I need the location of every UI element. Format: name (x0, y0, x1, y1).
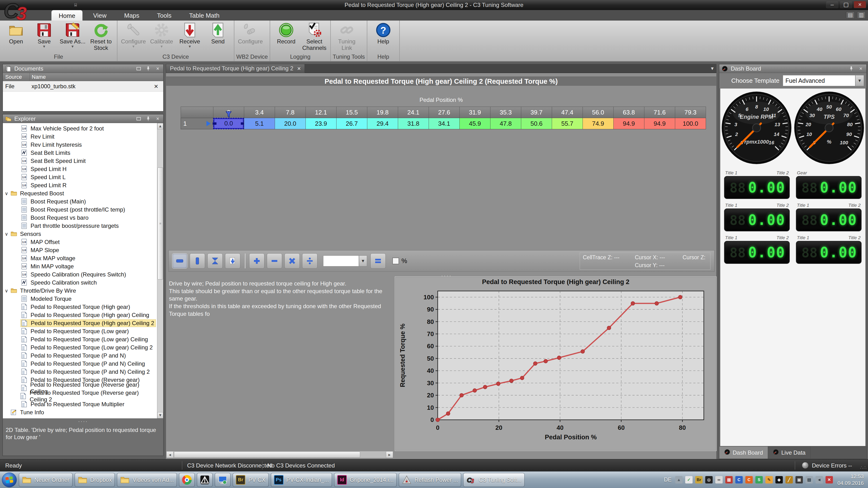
dropdown-arrow-icon[interactable]: ▼ (71, 45, 74, 48)
taskbar-button-dropbox[interactable]: Dropbox (75, 473, 115, 487)
tree-item[interactable]: Modeled Torque (3, 295, 157, 303)
panel-pin-icon[interactable] (848, 66, 855, 72)
tree-item[interactable]: 1:0MAP Offset (3, 238, 157, 246)
value-cell[interactable]: 94.9 (644, 118, 675, 129)
tree-item[interactable]: Speedo Calibration switch (3, 279, 157, 287)
explorer-scrollbar[interactable]: ▲ ≡ ▼ (157, 123, 163, 418)
column-header-cell[interactable]: 63.8 (613, 107, 644, 118)
tray-icon[interactable]: C (745, 476, 753, 484)
combobox-arrow-icon[interactable]: ▼ (359, 255, 367, 266)
resize-grip-icon[interactable]: ∴∴ (860, 465, 867, 470)
open-button[interactable]: Open (2, 22, 30, 46)
tree-item[interactable]: Pedal to Requested Torque (Reverse gear)… (3, 392, 157, 400)
fit-selection-button[interactable] (207, 253, 223, 268)
scroll-up-icon[interactable]: ▲ (157, 123, 163, 129)
column-header-cell[interactable]: 79.3 (675, 107, 706, 118)
horizontal-scrollbar[interactable]: ◄ ► (166, 451, 393, 458)
taskbar-button-videos-von-ad[interactable]: Videos von Ad... (117, 473, 177, 487)
tree-item[interactable]: 1:0Max MAP voltage (3, 254, 157, 262)
multiply-button[interactable] (284, 253, 300, 268)
tray-icon[interactable]: ◆ (775, 476, 783, 484)
menu-tab-view[interactable]: View (86, 10, 114, 21)
tree-item[interactable]: Tune Info (3, 408, 157, 417)
tray-icon[interactable]: ▥ (725, 476, 733, 484)
help-button[interactable]: ?Help (369, 22, 397, 46)
taskbar-button-c3-tuning-soft[interactable]: C3C3 Tuning Soft... (463, 473, 525, 487)
template-dropdown-value[interactable]: Fuel Advanced (783, 75, 855, 86)
template-dropdown[interactable]: Fuel Advanced ▼ (783, 75, 864, 86)
save-as-button[interactable]: Save As...▼ (58, 22, 87, 49)
taskbar-button-blackapp[interactable] (197, 473, 213, 487)
tree-item[interactable]: 1:0MAP Slope (3, 246, 157, 254)
value-cell[interactable]: 20.0 (275, 118, 306, 129)
tray-icon[interactable]: ▤ (805, 476, 813, 484)
tray-icon[interactable]: ∞ (715, 476, 723, 484)
value-cell[interactable]: 5.1 (244, 118, 275, 129)
dropdown-arrow-icon[interactable]: ▼ (188, 45, 192, 48)
tree-item[interactable]: Pedal to Requested Torque (P and N) (3, 352, 157, 360)
tray-language-indicator[interactable]: DE (664, 477, 672, 483)
tab-list-chevron-icon[interactable]: ▾ (711, 65, 714, 71)
panel-maximize-icon[interactable] (135, 66, 142, 72)
tray-icon[interactable]: ✕ (826, 476, 833, 484)
value-cell[interactable]: 94.9 (613, 118, 644, 129)
tree-item[interactable]: Pedal to Requested Torque (P and N) Ceil… (3, 368, 157, 376)
tab-close-icon[interactable]: × (297, 65, 301, 72)
taskbar-button-chrome[interactable] (179, 473, 195, 487)
tree-item[interactable]: 1:0Min MAP voltage (3, 262, 157, 270)
value-cell[interactable]: 23.9 (306, 118, 337, 129)
tree-item[interactable]: Pedal to Requested Torque (Low gear) Cei… (3, 344, 157, 352)
start-button[interactable] (2, 473, 17, 487)
panel-close-icon[interactable]: × (154, 66, 161, 72)
panel-pin-icon[interactable] (145, 116, 152, 122)
dashboard-tab-dash-board[interactable]: Dash Board (719, 447, 768, 459)
value-cell[interactable]: 31.8 (398, 118, 429, 129)
tray-icon[interactable]: ╱ (785, 476, 793, 484)
value-cell[interactable]: 74.9 (583, 118, 614, 129)
menu-tab-maps[interactable]: Maps (117, 10, 147, 21)
value-cell[interactable]: 34.1 (429, 118, 460, 129)
value-combobox[interactable]: ▼ (323, 255, 367, 266)
subtract-button[interactable] (267, 253, 282, 268)
document-tab[interactable]: Pedal to Requested Torque (High gear) Ce… (166, 64, 305, 73)
vertical-view-button[interactable] (190, 253, 205, 268)
horizontal-view-button[interactable] (172, 253, 187, 268)
paste-down-button[interactable] (225, 253, 240, 268)
scroll-left-icon[interactable]: ◄ (166, 451, 174, 458)
tree-item[interactable]: Pedal to Requested Torque (High gear) (3, 303, 157, 311)
tray-icon[interactable]: S (755, 476, 763, 484)
column-header-cell[interactable]: 7.8 (275, 107, 306, 118)
divide-button[interactable] (302, 253, 317, 268)
value-cell[interactable]: 26.7 (336, 118, 367, 129)
dropdown-arrow-icon[interactable]: ▼ (132, 45, 135, 48)
value-cell[interactable]: 29.4 (367, 118, 398, 129)
tree-item[interactable]: ∨Sensors (3, 230, 157, 238)
panel-maximize-icon[interactable] (135, 116, 142, 122)
maximize-button[interactable]: ▢ (840, 1, 852, 8)
taskbar-button-gripone-2014-i[interactable]: IdGripone_2014.i... (334, 473, 397, 487)
scroll-down-icon[interactable]: ▼ (157, 412, 163, 418)
set-equal-button[interactable] (370, 253, 386, 268)
value-cell[interactable]: 47.8 (490, 118, 521, 129)
column-header-cell[interactable]: 47.4 (552, 107, 583, 118)
taskbar-button-neuer-ordner[interactable]: Neuer Ordner (19, 473, 72, 487)
scrollbar-thumb[interactable]: ≡ (157, 167, 163, 280)
column-header-cell[interactable]: 39.7 (521, 107, 552, 118)
tree-item[interactable]: 1:0Speed Limit H (3, 165, 157, 173)
dashboard-tab-live-data[interactable]: Live Data (768, 447, 810, 459)
tree-item[interactable]: ∨Throttle/Drive By Wire (3, 287, 157, 295)
tree-item[interactable]: 1:0Speedo Calibration (Requires Switch) (3, 270, 157, 279)
column-header-cell[interactable]: 0 (213, 107, 244, 118)
receive-button[interactable]: Receive▼ (176, 22, 204, 49)
tray-icon[interactable]: ◄ (815, 476, 823, 484)
tree-item[interactable]: Pedal to Requested Torque (Low gear) (3, 327, 157, 335)
menu-tab-tools[interactable]: Tools (150, 10, 179, 21)
column-header-cell[interactable]: 56.0 (583, 107, 614, 118)
value-cell[interactable]: 55.7 (552, 118, 583, 129)
document-row[interactable]: Filexp1000_turbo.stk× (3, 81, 163, 92)
tray-icon[interactable]: ▲ (675, 476, 683, 484)
scrollbar-thumb[interactable] (174, 452, 360, 458)
column-header-cell[interactable]: 3.4 (244, 107, 275, 118)
value-cell[interactable]: 100.0 (675, 118, 706, 129)
tree-item[interactable]: 1:0Rev Limit hysteresis (3, 141, 157, 149)
